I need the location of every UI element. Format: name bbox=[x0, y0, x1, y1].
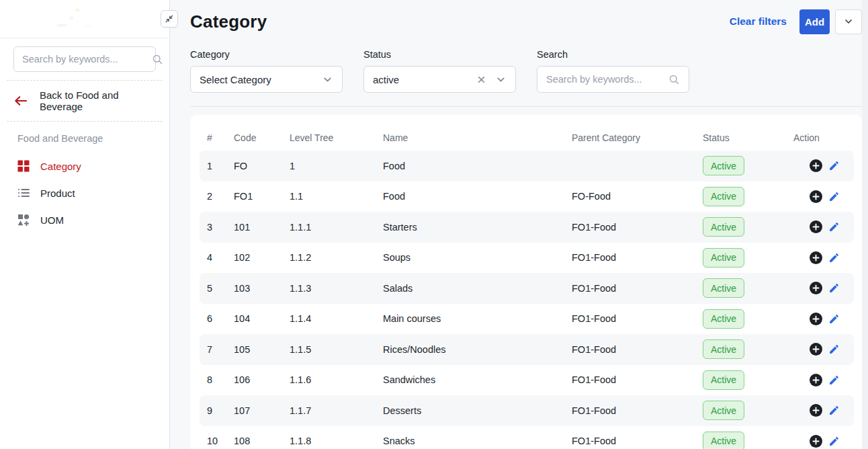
sidebar-item-category[interactable]: Category bbox=[0, 153, 169, 179]
table-row: 4 102 1.1.2 Soups FO1-Food Active bbox=[200, 243, 854, 274]
filter-status: Status active bbox=[363, 49, 516, 93]
cell-status: Active bbox=[703, 370, 793, 390]
cell-status: Active bbox=[703, 217, 793, 237]
sidebar-search-input[interactable] bbox=[14, 54, 152, 65]
status-select[interactable]: active bbox=[363, 66, 516, 93]
add-child-button[interactable] bbox=[810, 220, 822, 233]
add-child-button[interactable] bbox=[810, 374, 822, 386]
cell-action bbox=[793, 313, 854, 325]
cell-level-tree: 1.1.1 bbox=[290, 222, 383, 233]
add-child-button[interactable] bbox=[810, 282, 822, 294]
cell-parent-category: FO1-Food bbox=[572, 252, 703, 263]
cell-action bbox=[793, 404, 854, 417]
cell-code: 103 bbox=[234, 283, 290, 294]
cell-level-tree: 1.1.6 bbox=[290, 374, 383, 385]
cell-number: 6 bbox=[207, 313, 234, 324]
grid-icon bbox=[17, 160, 30, 172]
add-child-button[interactable] bbox=[810, 251, 822, 264]
edit-pencil-icon[interactable] bbox=[828, 191, 840, 202]
table-row: 1 FO 1 Food Active bbox=[200, 151, 854, 181]
column-header-parent-category: Parent Category bbox=[572, 132, 703, 143]
cell-number: 4 bbox=[207, 252, 234, 263]
status-select-value: active bbox=[373, 74, 476, 85]
edit-pencil-icon[interactable] bbox=[828, 343, 840, 355]
cell-action bbox=[793, 251, 854, 264]
chevron-down-icon bbox=[843, 16, 854, 27]
edit-pencil-icon[interactable] bbox=[828, 160, 840, 171]
sidebar-item-label: Product bbox=[40, 188, 75, 199]
cell-level-tree: 1 bbox=[290, 161, 383, 171]
row-actions bbox=[793, 159, 854, 172]
add-button[interactable]: Add bbox=[799, 9, 830, 34]
cell-code: 102 bbox=[234, 252, 290, 263]
cell-name: Soups bbox=[383, 252, 572, 263]
row-actions bbox=[793, 220, 854, 233]
add-child-button[interactable] bbox=[810, 190, 822, 203]
chevron-down-icon bbox=[495, 74, 507, 85]
clear-value-icon[interactable] bbox=[476, 75, 486, 85]
back-link[interactable]: Back to Food and Beverage bbox=[0, 81, 169, 121]
arrow-left-icon bbox=[13, 95, 28, 107]
app-window: Back to Food and Beverage Food and Bever… bbox=[0, 0, 868, 449]
row-actions bbox=[793, 313, 854, 325]
sidebar-collapse-button[interactable] bbox=[161, 10, 178, 28]
table-row: 10 108 1.1.8 Snacks FO1-Food Active bbox=[200, 426, 854, 449]
back-link-label: Back to Food and Beverage bbox=[40, 89, 163, 112]
edit-pencil-icon[interactable] bbox=[828, 436, 840, 447]
status-badge: Active bbox=[703, 370, 744, 390]
category-select[interactable]: Select Category bbox=[190, 66, 343, 93]
edit-pencil-icon[interactable] bbox=[828, 282, 840, 294]
add-child-button[interactable] bbox=[810, 435, 822, 448]
row-actions bbox=[793, 190, 854, 203]
table-row: 5 103 1.1.3 Salads FO1-Food Active bbox=[200, 273, 854, 304]
app-logo bbox=[52, 7, 117, 30]
sidebar-header bbox=[0, 0, 169, 38]
status-badge: Active bbox=[703, 187, 744, 206]
cell-status: Active bbox=[703, 401, 793, 420]
cell-action bbox=[793, 374, 854, 386]
cell-parent-category: FO1-Food bbox=[572, 344, 703, 355]
add-dropdown-button[interactable] bbox=[835, 9, 862, 34]
add-child-button[interactable] bbox=[810, 159, 822, 172]
cell-parent-category: FO1-Food bbox=[572, 405, 703, 416]
sidebar-item-label: UOM bbox=[40, 214, 64, 226]
cell-number: 9 bbox=[207, 405, 234, 416]
status-badge: Active bbox=[703, 309, 744, 329]
sidebar-search bbox=[13, 46, 156, 72]
cell-action bbox=[793, 343, 854, 356]
clear-filters-link[interactable]: Clear filters bbox=[730, 15, 787, 28]
cell-status: Active bbox=[703, 156, 793, 175]
edit-pencil-icon[interactable] bbox=[828, 252, 840, 263]
column-header-level-tree: Level Tree bbox=[290, 132, 383, 143]
cell-code: 104 bbox=[234, 313, 290, 324]
edit-pencil-icon[interactable] bbox=[828, 313, 840, 325]
edit-pencil-icon[interactable] bbox=[828, 221, 840, 233]
cell-level-tree: 1.1.7 bbox=[290, 405, 383, 416]
sidebar-item-uom[interactable]: UOM bbox=[0, 206, 169, 233]
cell-parent-category: FO1-Food bbox=[572, 222, 703, 233]
page-title: Category bbox=[190, 11, 267, 32]
cell-level-tree: 1.1.8 bbox=[290, 436, 383, 446]
column-header-code: Code bbox=[234, 132, 290, 143]
add-child-button[interactable] bbox=[810, 343, 822, 356]
add-child-button[interactable] bbox=[810, 313, 822, 325]
edit-pencil-icon[interactable] bbox=[828, 405, 840, 416]
table-row: 8 106 1.1.6 Sandwiches FO1-Food Active bbox=[200, 365, 854, 396]
table-header-row: #CodeLevel TreeNameParent CategoryStatus… bbox=[200, 124, 854, 151]
sidebar-item-label: Category bbox=[40, 161, 81, 172]
filter-label: Search bbox=[537, 49, 689, 60]
cell-parent-category: FO1-Food bbox=[572, 313, 703, 324]
sidebar-item-product[interactable]: Product bbox=[0, 179, 169, 206]
add-button-group: Add bbox=[799, 9, 862, 34]
scrollbar[interactable] bbox=[862, 0, 868, 449]
status-badge: Active bbox=[703, 339, 744, 359]
filter-label: Status bbox=[363, 49, 516, 60]
cell-code: FO1 bbox=[234, 191, 290, 202]
add-child-button[interactable] bbox=[810, 404, 822, 417]
cell-parent-category: FO-Food bbox=[572, 191, 703, 202]
table-search-input[interactable] bbox=[546, 74, 668, 85]
edit-pencil-icon[interactable] bbox=[828, 374, 840, 386]
cell-name: Main courses bbox=[383, 313, 572, 324]
cell-code: 107 bbox=[234, 405, 290, 416]
cell-status: Active bbox=[703, 278, 793, 298]
